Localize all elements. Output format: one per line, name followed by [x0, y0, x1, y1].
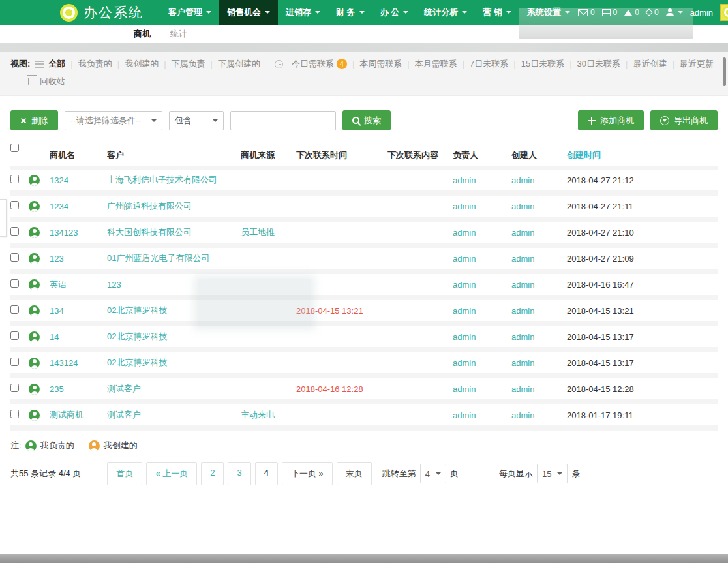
match-mode-select[interactable]: 包含	[169, 111, 224, 130]
opportunity-name-link[interactable]: 14	[50, 332, 107, 342]
opportunity-name-link[interactable]: 235	[50, 384, 107, 394]
flag-counter[interactable]: 0	[646, 8, 659, 17]
menu-item[interactable]: 营 销	[475, 0, 519, 25]
customer-link[interactable]: 02北京博罗科技	[107, 357, 241, 369]
username[interactable]: admin	[690, 8, 713, 18]
owner-link[interactable]: admin	[453, 332, 511, 342]
grid-counter[interactable]: 0	[602, 8, 618, 17]
menu-item[interactable]: 系统设置	[519, 0, 578, 25]
row-checkbox[interactable]	[10, 331, 19, 340]
view-item[interactable]: 我负责的	[73, 58, 117, 70]
menu-item[interactable]: 办 公	[372, 0, 417, 25]
page-button[interactable]: 3	[228, 462, 250, 485]
owner-link[interactable]: admin	[453, 202, 511, 211]
row-checkbox[interactable]	[10, 227, 19, 236]
row-checkbox[interactable]	[10, 201, 19, 209]
customer-link[interactable]: 测试客户	[107, 409, 241, 421]
view-item[interactable]: 全部	[48, 58, 70, 70]
owner-link[interactable]: admin	[453, 358, 511, 368]
view-item[interactable]: 下属创建的	[213, 58, 265, 70]
row-checkbox[interactable]	[10, 384, 19, 392]
row-checkbox[interactable]	[10, 305, 19, 314]
creator-link[interactable]: admin	[511, 358, 567, 368]
add-opportunity-button[interactable]: 添加商机	[578, 110, 644, 130]
customer-link[interactable]: 02北京博罗科技	[107, 305, 241, 316]
menu-item[interactable]: 客户管理	[160, 0, 219, 25]
creator-link[interactable]: admin	[511, 410, 567, 420]
tab-statistics[interactable]: 统计	[170, 28, 187, 40]
page-button[interactable]: 首页	[107, 462, 142, 485]
creator-link[interactable]: admin	[511, 306, 567, 316]
owner-link[interactable]: admin	[453, 410, 511, 420]
page-button[interactable]: « 上一页	[146, 462, 197, 485]
view-item[interactable]: 本周需联系	[354, 58, 407, 70]
opportunity-name-link[interactable]: 英语	[50, 279, 107, 290]
view-item[interactable]: 我创建的	[119, 58, 164, 70]
recycle-bin-link[interactable]: 回收站	[40, 76, 65, 87]
customer-link[interactable]: 123	[107, 280, 241, 290]
owner-link[interactable]: admin	[453, 254, 511, 264]
row-checkbox[interactable]	[10, 410, 19, 418]
table-header-col-created[interactable]: 创建时间	[567, 149, 718, 161]
opportunity-name-link[interactable]: 测试商机	[50, 409, 107, 421]
page-button[interactable]: 下一页 »	[282, 462, 333, 485]
view-item[interactable]: 最近更新	[675, 58, 719, 70]
page-button[interactable]: 4	[255, 462, 278, 485]
view-item[interactable]: 7日未联系	[464, 58, 513, 70]
owner-link[interactable]: admin	[453, 384, 511, 394]
creator-link[interactable]: admin	[511, 175, 567, 185]
customer-link[interactable]: 测试客户	[107, 383, 241, 395]
menu-item[interactable]: 进销存	[278, 0, 328, 25]
user-menu[interactable]	[666, 8, 683, 16]
opportunity-name-link[interactable]: 123	[50, 254, 107, 264]
customer-link[interactable]: 01广州蓝盾光电子有限公司	[107, 252, 241, 264]
customer-link[interactable]: 科大国创科技有限公司	[107, 226, 241, 238]
view-item[interactable]: 30日未联系	[572, 58, 626, 70]
select-all-checkbox[interactable]	[10, 144, 19, 152]
creator-link[interactable]: admin	[511, 280, 567, 290]
page-button[interactable]: 末页	[337, 462, 372, 485]
view-item[interactable]: 下属负责	[166, 58, 211, 70]
opportunity-name-link[interactable]: 134	[50, 306, 107, 316]
search-button[interactable]: 搜索	[342, 110, 391, 130]
search-input[interactable]	[230, 111, 336, 130]
customer-link[interactable]: 广州皖通科技有限公司	[107, 200, 241, 212]
menu-item[interactable]: 统计分析	[416, 0, 475, 25]
jump-page-select[interactable]: 4	[420, 464, 446, 483]
creator-link[interactable]: admin	[511, 254, 567, 264]
owner-link[interactable]: admin	[453, 306, 511, 316]
page-button[interactable]: 2	[201, 462, 224, 485]
view-item[interactable]: 本月需联系	[410, 58, 463, 70]
filter-condition-select[interactable]: --请选择筛选条件--	[65, 111, 162, 130]
view-item[interactable]: 最近创建	[628, 58, 672, 70]
owner-link[interactable]: admin	[453, 280, 511, 290]
customer-link[interactable]: 02北京博罗科技	[107, 331, 241, 342]
view-item[interactable]: 15日未联系	[516, 58, 569, 70]
opportunity-name-link[interactable]: 1234	[50, 202, 107, 211]
scrollbar-thumb[interactable]	[723, 57, 726, 86]
opportunity-name-link[interactable]: 143124	[50, 358, 107, 368]
menu-item[interactable]: 销售机会	[219, 0, 278, 25]
tab-opportunity[interactable]: 商机	[134, 28, 151, 40]
creator-link[interactable]: admin	[511, 332, 567, 342]
creator-link[interactable]: admin	[511, 202, 567, 211]
per-page-select[interactable]: 15	[537, 464, 568, 483]
view-item[interactable]: 今日需联系4	[286, 58, 352, 70]
customer-link[interactable]: 上海飞利信电子技术有限公司	[107, 174, 241, 186]
row-checkbox[interactable]	[10, 253, 19, 262]
mail-counter[interactable]: 0	[578, 8, 595, 17]
bell-counter[interactable]: 0	[624, 8, 639, 17]
creator-link[interactable]: admin	[511, 384, 567, 394]
row-checkbox[interactable]	[10, 175, 19, 183]
row-checkbox[interactable]	[10, 279, 19, 288]
delete-button[interactable]: 删除	[10, 110, 58, 130]
export-opportunity-button[interactable]: 导出商机	[650, 110, 718, 130]
row-checkbox[interactable]	[10, 358, 19, 366]
avatar[interactable]	[720, 4, 728, 21]
owner-link[interactable]: admin	[453, 228, 511, 237]
owner-link[interactable]: admin	[453, 175, 511, 185]
opportunity-name-link[interactable]: 134123	[50, 228, 107, 237]
opportunity-name-link[interactable]: 1324	[50, 175, 107, 185]
menu-item[interactable]: 财 务	[328, 0, 372, 25]
creator-link[interactable]: admin	[511, 228, 567, 237]
